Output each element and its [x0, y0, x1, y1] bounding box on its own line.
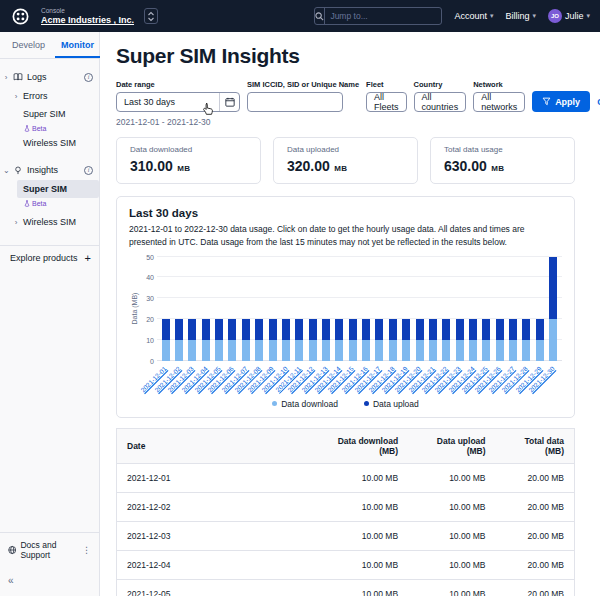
- tab-develop[interactable]: Develop: [6, 32, 51, 58]
- bar-2021-12-18[interactable]: [389, 257, 397, 361]
- bar-segment: [188, 340, 196, 361]
- sim-search-input[interactable]: [247, 92, 343, 112]
- search-input[interactable]: [325, 11, 442, 21]
- docs-and-support-button[interactable]: Docs and Support ⋮: [0, 533, 99, 567]
- bar-2021-12-24[interactable]: [469, 257, 477, 361]
- sidebar-item-super-sim-logs[interactable]: Super SIM: [0, 105, 99, 123]
- billing-menu[interactable]: Billing ▾: [505, 11, 536, 21]
- bar-2021-12-28[interactable]: [522, 257, 530, 361]
- bar-segment: [309, 319, 317, 340]
- fleet-select[interactable]: All Fleets: [366, 92, 407, 112]
- bar-2021-12-27[interactable]: [509, 257, 517, 361]
- bar-2021-12-05[interactable]: [215, 257, 223, 361]
- table-row: 2021-12-0210.00 MB10.00 MB20.00 MB: [117, 492, 575, 521]
- cell-value: 10.00 MB: [309, 492, 408, 521]
- account-menu[interactable]: Account ▾: [454, 11, 493, 21]
- bar-2021-12-20[interactable]: [416, 257, 424, 361]
- bar-segment: [335, 340, 343, 361]
- user-menu-label: Julie: [565, 11, 584, 21]
- bar-2021-12-15[interactable]: [349, 257, 357, 361]
- stat-card-downloaded: Data downloaded 310.00 MB: [116, 137, 261, 184]
- stat-value: 310.00: [130, 158, 173, 174]
- bar-2021-12-16[interactable]: [362, 257, 370, 361]
- date-range-select[interactable]: Last 30 days: [116, 92, 240, 112]
- bar-2021-12-08[interactable]: [255, 257, 263, 361]
- account-name-link[interactable]: Acme Industries , Inc.: [41, 15, 134, 25]
- bar-2021-12-19[interactable]: [402, 257, 410, 361]
- bar-2021-12-25[interactable]: [482, 257, 490, 361]
- usage-table-body: 2021-12-0110.00 MB10.00 MB20.00 MB2021-1…: [117, 463, 575, 596]
- bar-2021-12-29[interactable]: [536, 257, 544, 361]
- bar-segment: [456, 340, 464, 361]
- bar-2021-12-17[interactable]: [375, 257, 383, 361]
- bar-2021-12-03[interactable]: [188, 257, 196, 361]
- account-stepper-button[interactable]: [144, 8, 158, 24]
- stat-unit: MB: [334, 164, 347, 173]
- twilio-logo-icon[interactable]: [12, 8, 29, 25]
- column-header: Data upload (MB): [408, 428, 495, 463]
- filter-bar: Date range Last 30 days SIM ICCID, SID o…: [116, 80, 575, 112]
- sidebar-item-label: Logs: [27, 72, 47, 82]
- bar-segment: [322, 340, 330, 361]
- explore-products-button[interactable]: Explore products +: [0, 245, 99, 270]
- bar-2021-12-04[interactable]: [202, 257, 210, 361]
- sim-field-label: SIM ICCID, SID or Unique Name: [247, 80, 359, 89]
- tab-monitor[interactable]: Monitor: [55, 32, 100, 58]
- sidebar-item-wireless-sim-insights[interactable]: › Wireless SIM: [0, 213, 99, 231]
- sidebar-item-label: Super SIM: [23, 184, 67, 194]
- network-select[interactable]: All networks: [473, 92, 525, 112]
- usage-chart-card: Last 30 days 2021-12-01 to 2022-12-30 da…: [116, 196, 575, 418]
- kebab-menu-icon[interactable]: ⋮: [82, 545, 91, 555]
- bar-2021-12-07[interactable]: [242, 257, 250, 361]
- bar-2021-12-23[interactable]: [456, 257, 464, 361]
- info-icon[interactable]: i: [84, 166, 93, 175]
- bar-segment: [482, 319, 490, 340]
- bar-2021-12-10[interactable]: [282, 257, 290, 361]
- sidebar-item-super-sim-insights-selected[interactable]: Super SIM: [17, 180, 99, 198]
- bar-2021-12-06[interactable]: [228, 257, 236, 361]
- bar-2021-12-30[interactable]: [549, 257, 557, 361]
- sidebar-item-errors[interactable]: › Errors: [0, 87, 99, 105]
- sidebar-item-wireless-sim-logs[interactable]: Wireless SIM: [0, 134, 99, 152]
- cell-date: 2021-12-03: [117, 521, 309, 550]
- bar-2021-12-26[interactable]: [496, 257, 504, 361]
- sidebar-item-logs[interactable]: › Logs i: [0, 67, 99, 87]
- beta-badge: Beta: [0, 123, 99, 134]
- globe-icon: [8, 545, 16, 555]
- stat-card-uploaded: Data uploaded 320.00 MB: [273, 137, 418, 184]
- y-tick-label: 10: [146, 337, 154, 344]
- sidebar-item-insights[interactable]: ⌄ Insights i: [0, 160, 99, 180]
- country-select[interactable]: All countries: [414, 92, 467, 112]
- account-switcher: Console Acme Industries , Inc.: [41, 7, 134, 25]
- apply-button[interactable]: Apply: [532, 91, 590, 112]
- bar-segment: [549, 319, 557, 361]
- bar-segment: [536, 340, 544, 361]
- stat-value: 630.00: [444, 158, 487, 174]
- bar-2021-12-11[interactable]: [295, 257, 303, 361]
- sidebar-tabs: Develop Monitor: [0, 32, 99, 59]
- bar-2021-12-14[interactable]: [335, 257, 343, 361]
- user-menu[interactable]: JO Julie ▾: [548, 9, 590, 23]
- legend-dot-icon: [364, 401, 369, 406]
- info-icon[interactable]: i: [84, 73, 93, 82]
- bar-2021-12-01[interactable]: [162, 257, 170, 361]
- collapse-sidebar-button[interactable]: «: [0, 567, 99, 596]
- bar-2021-12-13[interactable]: [322, 257, 330, 361]
- bar-2021-12-21[interactable]: [429, 257, 437, 361]
- global-search[interactable]: [314, 7, 442, 25]
- docs-and-support-label: Docs and Support: [20, 540, 78, 560]
- bar-2021-12-12[interactable]: [309, 257, 317, 361]
- legend-item-data-download[interactable]: Data download: [272, 399, 338, 409]
- cell-date: 2021-12-05: [117, 579, 309, 596]
- chevron-down-icon: ▾: [586, 12, 590, 20]
- sidebar-item-label: Errors: [23, 91, 48, 101]
- bar-2021-12-22[interactable]: [442, 257, 450, 361]
- table-row: 2021-12-0110.00 MB10.00 MB20.00 MB: [117, 463, 575, 492]
- legend-item-data-upload[interactable]: Data upload: [364, 399, 419, 409]
- bar-segment: [242, 319, 250, 340]
- bar-2021-12-02[interactable]: [175, 257, 183, 361]
- cell-value: 10.00 MB: [309, 521, 408, 550]
- calendar-icon[interactable]: [219, 93, 239, 111]
- bar-2021-12-09[interactable]: [269, 257, 277, 361]
- bar-segment: [496, 340, 504, 361]
